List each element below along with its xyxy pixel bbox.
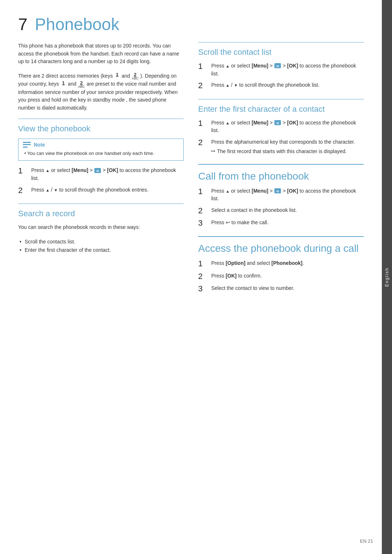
call-step-3: 3 Press ↩ to make the call. [198, 219, 364, 227]
phone-icon: ↩ [226, 219, 230, 225]
enter-char-title: Enter the first character of a contact [198, 104, 364, 114]
view-phonebook-steps: 1 Press or select [Menu] > M > [OK] to a… [18, 167, 184, 195]
call-step-1: 1 Press or select [Menu] > M > [OK] to a… [198, 187, 364, 203]
svg-text:M: M [277, 65, 279, 68]
up-arrow-icon [46, 167, 50, 173]
bullet-enter: Enter the first character of the contact… [18, 246, 184, 254]
enter-char-section: Enter the first character of a contact 1… [198, 99, 364, 155]
view-phonebook-divider [18, 119, 184, 119]
search-record-section: Search a record You can search the phone… [18, 204, 184, 254]
key-2b-icon: 2ABC [78, 81, 85, 89]
up-arrow-icon-2 [46, 187, 50, 193]
view-step-1: 1 Press or select [Menu] > M > [OK] to a… [18, 167, 184, 182]
menu-icon-4: M [274, 188, 281, 193]
enter-step-1: 1 Press or select [Menu] > M > [OK] to a… [198, 119, 364, 135]
search-record-divider [18, 204, 184, 204]
enter-sub-item: The first record that starts with this c… [211, 148, 364, 155]
scroll-contact-steps: 1 Press or select [Menu] > M > [OK] to a… [198, 62, 364, 90]
chapter-name: Phonebook [35, 15, 119, 34]
key-1-icon: 1abc [115, 72, 120, 80]
search-record-bullets: Scroll the contacts list. Enter the firs… [18, 238, 184, 254]
enter-step-2: 2 Press the alphanumerical key that corr… [198, 138, 364, 155]
right-column: Scroll the contact list 1 Press or selec… [198, 42, 364, 302]
note-icon [23, 142, 31, 148]
access-during-call-steps: 1 Press [Option] and select [Phonebook].… [198, 259, 364, 293]
enter-step-2-sub: The first record that starts with this c… [211, 148, 364, 155]
intro-paragraph-1: This phone has a phonebook that stores u… [18, 42, 184, 66]
note-label: Note [34, 142, 45, 148]
chapter-number: 7 [18, 15, 28, 34]
call-phonebook-steps: 1 Press or select [Menu] > M > [OK] to a… [198, 187, 364, 228]
note-text: • You can view the phonebook on one hand… [23, 150, 178, 157]
scroll-step-2: 2 Press / to scroll through the phoneboo… [198, 81, 364, 90]
search-record-title: Search a record [18, 209, 184, 218]
note-box: Note • You can view the phonebook on one… [18, 139, 184, 161]
intro-paragraph-2: There are 2 direct access memories (keys… [18, 72, 184, 112]
view-phonebook-title: View the phonebook [18, 124, 184, 134]
left-column: This phone has a phonebook that stores u… [18, 42, 184, 302]
access-during-call-section: Access the phonebook during a call 1 Pre… [198, 236, 364, 293]
menu-icon-3: M [274, 120, 281, 125]
svg-text:M: M [277, 189, 279, 193]
bullet-scroll: Scroll the contacts list. [18, 238, 184, 246]
access-step-2: 2 Press [OK] to confirm. [198, 272, 364, 281]
scroll-contact-title: Scroll the contact list [198, 48, 364, 57]
view-phonebook-section: View the phonebook Note • You [18, 119, 184, 195]
up-arrow-icon-4 [226, 82, 230, 88]
enter-char-divider [198, 99, 364, 99]
up-arrow-icon-5 [226, 120, 230, 126]
down-arrow-icon [54, 187, 58, 193]
chapter-title: 7 Phonebook [18, 15, 364, 34]
menu-icon: M [94, 168, 101, 173]
view-step-2: 2 Press / to scroll through the phoneboo… [18, 186, 184, 195]
call-step-2: 2 Select a contact in the phonebook list… [198, 206, 364, 215]
call-phonebook-title: Call from the phonebook [198, 171, 364, 182]
access-during-call-divider [198, 236, 364, 237]
page-footer: EN 21 [360, 538, 373, 544]
access-during-call-title: Access the phonebook during a call [198, 243, 364, 254]
enter-char-steps: 1 Press or select [Menu] > M > [OK] to a… [198, 119, 364, 155]
scroll-step-1: 1 Press or select [Menu] > M > [OK] to a… [198, 62, 364, 78]
svg-text:M: M [277, 121, 279, 124]
call-phonebook-section: Call from the phonebook 1 Press or selec… [198, 164, 364, 228]
down-arrow-icon-2 [234, 82, 238, 88]
page-number: EN 21 [360, 538, 373, 544]
access-step-1: 1 Press [Option] and select [Phonebook]. [198, 259, 364, 268]
scroll-contact-section: Scroll the contact list 1 Press or selec… [198, 42, 364, 90]
key-1b-icon: 1abc [61, 81, 66, 89]
access-step-3: 3 Select the contact to view to number. [198, 284, 364, 293]
up-arrow-icon-6 [226, 188, 230, 194]
svg-text:M: M [97, 169, 99, 172]
call-phonebook-divider [198, 164, 364, 165]
side-tab: English [382, 0, 392, 554]
note-header: Note [23, 142, 178, 148]
up-arrow-icon-3 [226, 63, 230, 69]
scroll-contact-divider [198, 42, 364, 42]
key-2-icon: 2ABC [132, 72, 139, 80]
side-tab-label: English [384, 267, 389, 287]
menu-icon-2: M [274, 63, 281, 68]
search-record-intro: You can search the phonebook records in … [18, 223, 184, 231]
